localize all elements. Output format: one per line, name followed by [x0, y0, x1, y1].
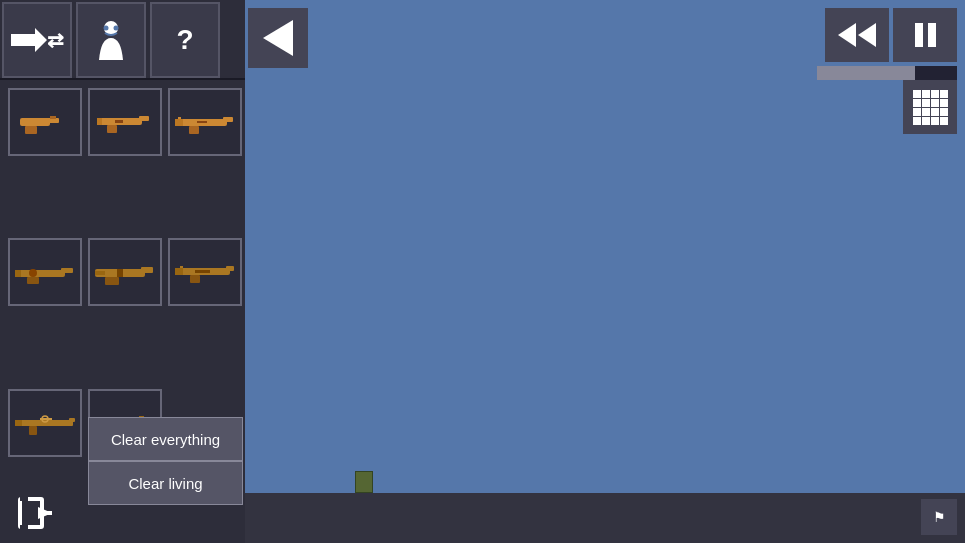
svg-rect-27	[141, 267, 153, 273]
svg-rect-21	[15, 270, 65, 277]
top-right-controls	[817, 8, 957, 80]
swap-button[interactable]: ⇄	[2, 2, 72, 78]
weapon-cell-shotgun[interactable]	[88, 238, 162, 306]
svg-rect-2	[11, 42, 35, 46]
svg-rect-28	[105, 277, 119, 285]
svg-rect-13	[97, 118, 102, 125]
svg-rect-37	[15, 420, 73, 426]
weapon-cell-smg[interactable]	[88, 88, 162, 156]
pause-button[interactable]	[893, 8, 957, 62]
weapon-cell-rifle2[interactable]	[168, 238, 242, 306]
svg-rect-34	[175, 268, 183, 275]
svg-rect-17	[189, 126, 199, 134]
svg-rect-23	[27, 277, 39, 284]
svg-rect-6	[20, 118, 50, 126]
grid-icon	[913, 90, 948, 125]
svg-rect-30	[117, 269, 123, 277]
rewind-icon	[838, 23, 876, 47]
svg-rect-16	[223, 117, 233, 122]
weapon-cell-pistol[interactable]	[8, 88, 82, 156]
weapon-cell-rifle[interactable]	[168, 88, 242, 156]
svg-rect-39	[29, 426, 37, 435]
pause-icon	[915, 23, 936, 47]
grid-toggle-button[interactable]	[903, 80, 957, 134]
ground	[245, 493, 965, 543]
svg-rect-32	[226, 266, 234, 271]
top-toolbar: ⇄ ?	[0, 0, 245, 80]
svg-point-24	[29, 269, 37, 277]
svg-rect-12	[107, 125, 117, 133]
character-button[interactable]	[76, 2, 146, 78]
back-arrow-icon	[263, 20, 293, 56]
weapon-cell-lmg[interactable]	[8, 238, 82, 306]
svg-rect-29	[95, 271, 105, 275]
progress-bar	[817, 66, 915, 80]
svg-rect-20	[178, 117, 181, 119]
svg-rect-36	[180, 266, 183, 268]
player-character	[355, 471, 373, 493]
svg-rect-40	[15, 420, 22, 426]
svg-rect-25	[15, 270, 21, 277]
svg-rect-19	[197, 121, 207, 123]
svg-rect-1	[11, 34, 35, 38]
weapon-cell-sniper[interactable]	[8, 389, 82, 457]
sidebar: ⇄ ?	[0, 0, 245, 543]
back-button[interactable]	[248, 8, 308, 68]
svg-rect-11	[139, 116, 149, 121]
bottom-right-icon: ⚑	[933, 509, 946, 525]
clear-everything-button[interactable]: Clear everything	[88, 417, 243, 461]
svg-rect-35	[195, 270, 210, 273]
svg-point-5	[114, 26, 119, 31]
svg-rect-22	[61, 268, 73, 273]
svg-rect-8	[25, 126, 37, 134]
playback-controls	[825, 8, 957, 62]
progress-bar-container[interactable]	[817, 66, 957, 80]
bottom-right-button[interactable]: ⚑	[921, 499, 957, 535]
svg-marker-0	[11, 28, 47, 52]
svg-rect-14	[115, 120, 123, 123]
rewind-button[interactable]	[825, 8, 889, 62]
svg-point-4	[104, 26, 109, 31]
exit-button[interactable]	[0, 483, 75, 543]
svg-rect-33	[190, 275, 200, 283]
clear-menu: Clear everything Clear living	[88, 417, 243, 505]
svg-rect-38	[69, 418, 75, 422]
svg-rect-9	[50, 116, 56, 119]
svg-rect-18	[175, 119, 183, 126]
clear-living-button[interactable]: Clear living	[88, 461, 243, 505]
help-button[interactable]: ?	[150, 2, 220, 78]
